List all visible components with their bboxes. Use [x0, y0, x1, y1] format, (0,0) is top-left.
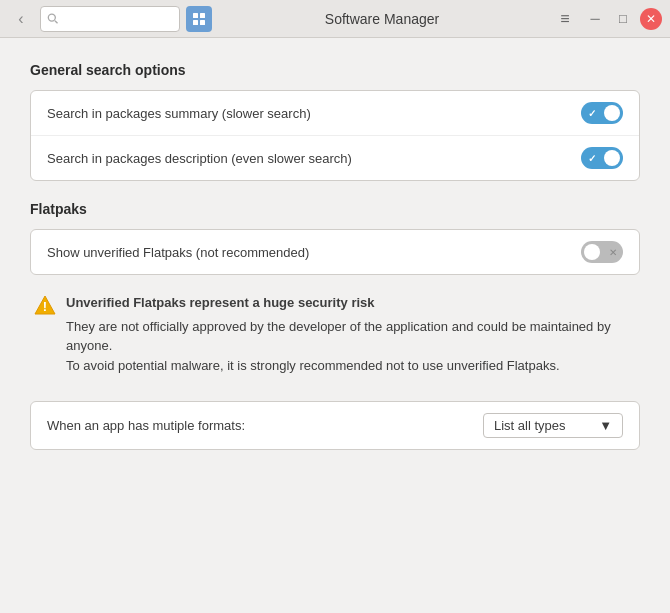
toggle-x-icon: ✕: [609, 247, 617, 258]
search-box[interactable]: [40, 6, 180, 32]
minimize-button[interactable]: ─: [584, 8, 606, 30]
option-summary-label: Search in packages summary (slower searc…: [47, 106, 311, 121]
titlebar: ‹ Software Manager ≡ ─ □ ✕: [0, 0, 670, 38]
flatpak-toggle-label: Show unverified Flatpaks (not recommende…: [47, 245, 309, 260]
format-row: When an app has mutiple formats: List al…: [30, 401, 640, 450]
back-button[interactable]: ‹: [8, 6, 34, 32]
svg-rect-4: [193, 20, 198, 25]
format-selected-value: List all types: [494, 418, 566, 433]
general-search-title: General search options: [30, 62, 640, 78]
svg-text:!: !: [43, 299, 47, 314]
content-area: General search options Search in package…: [0, 38, 670, 474]
menu-button[interactable]: ≡: [552, 6, 578, 32]
search-input[interactable]: [62, 11, 173, 26]
option-description-label: Search in packages description (even slo…: [47, 151, 352, 166]
flatpaks-section: Flatpaks Show unverified Flatpaks (not r…: [30, 201, 640, 450]
option-description-row: Search in packages description (even slo…: [31, 136, 639, 180]
search-icon: [47, 12, 58, 25]
close-button[interactable]: ✕: [640, 8, 662, 30]
format-select[interactable]: List all types ▼: [483, 413, 623, 438]
toggle-check-icon: ✓: [588, 108, 596, 119]
flatpak-toggle[interactable]: ✕: [581, 241, 623, 263]
warning-line1: They are not officially approved by the …: [66, 319, 611, 354]
svg-line-1: [55, 21, 58, 24]
flatpaks-title: Flatpaks: [30, 201, 640, 217]
warning-text: Unverified Flatpaks represent a huge sec…: [66, 293, 636, 375]
svg-rect-2: [193, 13, 198, 18]
toggle-check-icon2: ✓: [588, 153, 596, 164]
warning-line2: To avoid potential malware, it is strong…: [66, 358, 560, 373]
option-summary-row: Search in packages summary (slower searc…: [31, 91, 639, 136]
warning-title: Unverified Flatpaks represent a huge sec…: [66, 293, 636, 313]
description-toggle[interactable]: ✓: [581, 147, 623, 169]
chevron-down-icon: ▼: [599, 418, 612, 433]
grid-icon: [192, 12, 206, 26]
warning-box: ! Unverified Flatpaks represent a huge s…: [30, 287, 640, 381]
general-search-options: Search in packages summary (slower searc…: [30, 90, 640, 181]
format-label: When an app has mutiple formats:: [47, 418, 245, 433]
window-title: Software Manager: [218, 11, 546, 27]
warning-icon: !: [34, 294, 56, 316]
summary-toggle[interactable]: ✓: [581, 102, 623, 124]
svg-point-0: [48, 14, 55, 21]
svg-rect-3: [200, 13, 205, 18]
window-controls: ≡ ─ □ ✕: [552, 6, 662, 32]
maximize-button[interactable]: □: [612, 8, 634, 30]
grid-view-button[interactable]: [186, 6, 212, 32]
svg-rect-5: [200, 20, 205, 25]
flatpak-toggle-row: Show unverified Flatpaks (not recommende…: [30, 229, 640, 275]
